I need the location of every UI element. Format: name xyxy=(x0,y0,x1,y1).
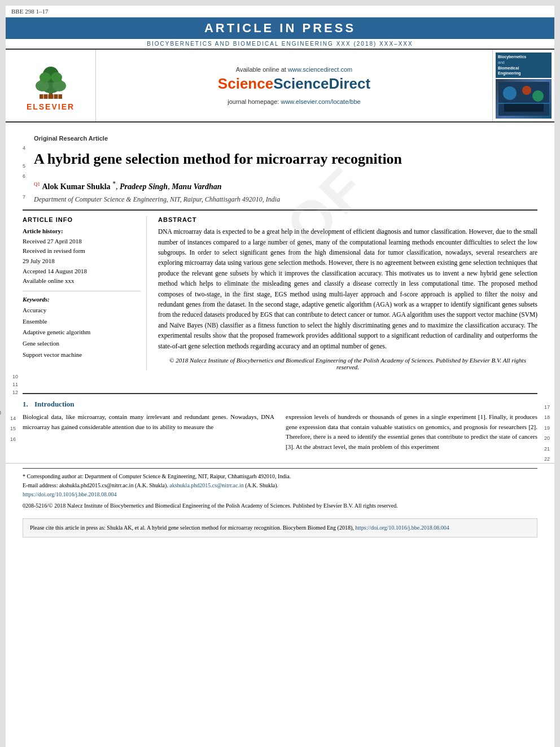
banner-text: ARTICLE IN PRESS xyxy=(204,21,356,35)
main-divider xyxy=(23,209,537,211)
journal-full-title: BIOCYBERNETICS AND BIOMEDICAL ENGINEERIN… xyxy=(147,41,413,47)
doi-url[interactable]: https://doi.org/10.1016/j.bbe.2018.08.00… xyxy=(23,491,116,497)
keyword-ensemble: Ensemble xyxy=(23,316,141,327)
available-online: Available online xxx xyxy=(23,277,74,284)
section-divider xyxy=(23,393,537,394)
info-divider xyxy=(23,291,141,291)
sciencedirect-logo: ScienceScienceDirect xyxy=(218,75,370,93)
footnote-divider xyxy=(23,468,537,469)
email-link[interactable]: akshukla.phd2015.cs@nitrr.ac.in xyxy=(169,482,243,488)
keyword-aga: Adaptive genetic algorithm xyxy=(23,327,141,338)
revised-label: Received in revised form xyxy=(23,247,85,254)
doi-link: https://doi.org/10.1016/j.bbe.2018.08.00… xyxy=(23,490,537,499)
article-info-header: ARTICLE INFO xyxy=(23,216,141,223)
history-label: Article history: xyxy=(23,226,141,237)
accepted-date: Accepted 14 August 2018 xyxy=(23,268,87,274)
authors: Q1 Alok Kumar Shukla *, Pradeep Singh, M… xyxy=(34,179,537,193)
available-online-text: Available online at www.sciencedirect.co… xyxy=(236,66,352,73)
keywords-label: Keywords: xyxy=(23,296,141,303)
citation-box: Please cite this article in press as: Sh… xyxy=(23,518,537,538)
article-title: A hybrid gene selection method for micro… xyxy=(34,150,537,169)
article-body: ARTICLE INFO Article history: Received 2… xyxy=(23,216,537,370)
svg-point-6 xyxy=(51,72,62,82)
article-in-press-banner: ARTICLE IN PRESS xyxy=(6,18,554,39)
main-content: 1 2 3 Original Research Article 4 5 A hy… xyxy=(6,123,554,370)
issn-copyright: 0208-5216/© 2018 Nalecz Institute of Bio… xyxy=(23,501,537,510)
top-bar: BBE 298 1–17 xyxy=(6,6,554,18)
journal-code: BBE 298 1–17 xyxy=(11,8,48,15)
introduction-section: 13 14 15 16 1. Introduction Biological d… xyxy=(6,400,554,452)
copyright-text: © 2018 Nalecz Institute of Biocybernetic… xyxy=(158,357,537,370)
author-name-2: Pradeep Singh xyxy=(120,182,168,191)
article-history: Article history: Received 27 April 2018 … xyxy=(23,226,141,286)
received-date: Received 27 April 2018 xyxy=(23,238,82,244)
footnote-section: * Corresponding author at: Department of… xyxy=(6,463,554,515)
citation-doi-link[interactable]: https://doi.org/10.1016/j.bbe.2018.08.00… xyxy=(355,525,449,531)
elsevier-wordmark: ELSEVIER xyxy=(27,102,75,111)
keyword-svm: Support vector machine xyxy=(23,350,141,361)
header-section: ELSEVIER Available online at www.science… xyxy=(6,49,554,123)
keyword-accuracy: Accuracy xyxy=(23,305,141,316)
cover-title: Biocybernetics and Biomedical Engineerin… xyxy=(496,53,552,78)
page: PROOF BBE 298 1–17 ARTICLE IN PRESS BIOC… xyxy=(6,6,554,747)
citation-text: Please cite this article in press as: Sh… xyxy=(30,525,355,531)
elsevier-tree-icon xyxy=(25,60,76,100)
elsevier-logo: ELSEVIER xyxy=(6,50,96,121)
article-info-column: ARTICLE INFO Article history: Received 2… xyxy=(23,216,147,370)
intro-right-text: expression levels of hundreds or thousan… xyxy=(286,412,537,452)
svg-point-5 xyxy=(40,72,51,82)
svg-rect-7 xyxy=(40,94,62,99)
corresponding-author: * Corresponding author at: Department of… xyxy=(23,472,537,481)
spacer-section: 10 11 12 xyxy=(6,370,554,393)
journal-homepage-url[interactable]: www.elsevier.com/locate/bbe xyxy=(281,98,360,105)
author-name-3: Manu Vardhan xyxy=(172,182,221,191)
journal-title-bar: BIOCYBERNETICS AND BIOMEDICAL ENGINEERIN… xyxy=(6,39,554,49)
article-type-label: Original Research Article xyxy=(34,129,108,142)
journal-homepage-text: journal homepage: www.elsevier.com/locat… xyxy=(228,98,360,105)
intro-left: 14 15 16 1. Introduction Biological data… xyxy=(23,400,274,452)
cover-image xyxy=(496,79,552,119)
svg-point-13 xyxy=(503,86,517,100)
intro-left-text: Biological data, like microarray, contai… xyxy=(23,412,274,432)
journal-cover: Biocybernetics and Biomedical Engineerin… xyxy=(492,50,554,121)
intro-two-col: 14 15 16 1. Introduction Biological data… xyxy=(23,400,537,452)
author-name-1: Alok Kumar Shukla xyxy=(42,182,111,191)
intro-right: 17 18 19 20 21 22 expression levels of h… xyxy=(286,400,537,452)
revised-date: 29 July 2018 xyxy=(23,257,55,264)
email-address: E-mail address: akshukla.phd2015.cs@nitr… xyxy=(23,481,537,490)
corresponding-marker: * xyxy=(112,180,116,187)
abstract-text: DNA microarray data is expected to be a … xyxy=(158,226,537,351)
abstract-column: ABSTRACT DNA microarray data is expected… xyxy=(158,216,537,370)
affiliation: Department of Computer Science & Enginee… xyxy=(34,195,537,204)
keyword-gene-selection: Gene selection xyxy=(23,338,141,350)
svg-point-14 xyxy=(522,86,531,95)
abstract-header: ABSTRACT xyxy=(158,216,537,223)
svg-rect-16 xyxy=(504,103,544,112)
cover-image-icon xyxy=(498,82,549,116)
header-center: Available online at www.sciencedirect.co… xyxy=(96,50,492,121)
keywords-list: Accuracy Ensemble Adaptive genetic algor… xyxy=(23,305,141,361)
sciencedirect-url[interactable]: www.sciencedirect.com xyxy=(288,66,352,73)
svg-point-15 xyxy=(532,90,544,102)
intro-heading: 1. Introduction xyxy=(23,400,274,409)
